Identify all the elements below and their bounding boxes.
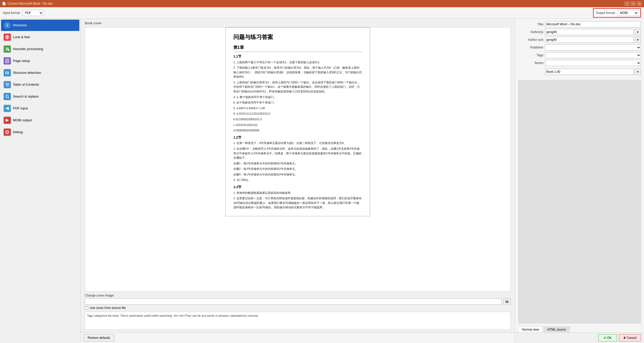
output-format-select[interactable]: MOBIEPUBPDFAZW3 [618, 10, 638, 16]
tags-label: Tags: [518, 53, 544, 57]
cover-para-12-2a: 步骤1：将2号存储单元中的内容移到1号存储单元。 [233, 161, 362, 166]
metadata-form: Title: Author(s): ▼ Author sort: ▼ Publi… [515, 19, 644, 80]
toc-icon [4, 81, 11, 88]
search-icon [4, 93, 11, 100]
minimize-button[interactable]: − [624, 1, 630, 6]
book-number-expand-button[interactable]: ▼ [635, 69, 641, 75]
publisher-row: Publisher: [518, 44, 641, 51]
cover-para-11-6d: d.000000010000000 [233, 128, 362, 133]
svg-rect-8 [5, 74, 6, 74]
cover-para-11-6b: b.011000010000101 0 [233, 117, 362, 122]
close-button[interactable]: × [637, 1, 642, 6]
metadata-icon: i [4, 22, 11, 29]
use-source-row: Use cover from source file [85, 306, 511, 310]
author-sort-expand-button[interactable]: ▼ [635, 37, 641, 43]
sidebar-item-mobi[interactable]: MOBI output [1, 115, 79, 126]
folder-icon [505, 300, 509, 303]
cover-para-12-1: 1. 在第一种情况下，6号存储单元最后结果为值5，在第二种情况下，它的最后结果是… [233, 141, 362, 146]
cover-para-11-6: 6. a.01011111110110010111 [233, 111, 362, 116]
ok-button[interactable]: ✔ OK [598, 334, 617, 341]
sidebar-item-label: Table of Contents [13, 83, 39, 87]
cover-thumbnail-area [518, 80, 641, 323]
book-number-row: ▼ [518, 68, 641, 76]
sidebar: i Metadata Look & feel Heuristic process… [0, 19, 81, 343]
tab-html-source[interactable]: HTML source [543, 326, 570, 332]
cover-section11: 1.1节 [233, 54, 362, 59]
authors-expand-button[interactable]: ▼ [635, 29, 641, 35]
svg-rect-18 [8, 107, 9, 110]
cover-para-12-3: 3. 32,768位。 [233, 178, 362, 182]
sidebar-item-label: Search & replace [13, 94, 39, 99]
structure-icon [4, 69, 11, 76]
sidebar-item-heuristic[interactable]: Heuristic processing [1, 43, 79, 55]
cover-section12: 1.2节 [233, 135, 362, 140]
svg-rect-6 [5, 71, 6, 72]
cover-para-11-5: 5. a.6AF2 b.E85517 c.48 [233, 106, 362, 111]
svg-line-16 [8, 97, 9, 98]
heuristic-icon [4, 45, 11, 53]
debug-icon [4, 129, 11, 136]
page-icon [4, 57, 11, 65]
author-sort-input[interactable] [545, 37, 634, 43]
look-icon [4, 34, 11, 41]
svg-point-15 [6, 95, 8, 98]
svg-point-22 [6, 131, 7, 132]
restore-defaults-button[interactable]: Restore defaults [83, 334, 114, 341]
app-title: Convert Microsoft Word - DA.doc [7, 2, 53, 5]
tab-normal-view[interactable]: Normal view [518, 326, 543, 332]
sidebar-item-metadata[interactable]: i Metadata [1, 20, 79, 31]
cancel-button[interactable]: ✘ Cancel [619, 334, 641, 341]
cover-main-title: 问题与练习答案 [233, 33, 362, 41]
series-select[interactable] [545, 60, 641, 66]
title-input[interactable] [545, 21, 641, 27]
authors-label: Author(s): [518, 30, 544, 34]
cover-path-input[interactable] [85, 298, 501, 305]
sidebar-item-page[interactable]: Page setup [1, 55, 79, 67]
cover-para-13-2: 2. 这里要记住的一点是，与计算机内部组成作速度相比较，机械动作的很慢的说明，我… [233, 196, 362, 210]
cover-para-12-2: 2. 在步骤1中，当数值写入3号存储单元时，该单元的原始值被替掉了，因此，步骤2… [233, 147, 362, 160]
cover-chapter1: 第1章 [233, 44, 362, 52]
book-number-input[interactable] [545, 69, 634, 75]
svg-rect-10 [7, 73, 9, 73]
book-cover-area: Book cover 问题与练习答案 第1章 1.1节 1. 上面的两个输入中有… [81, 19, 515, 332]
pdf-icon [4, 105, 11, 112]
input-format-section: Input format: PDFDOCXEPUBHTML [3, 10, 43, 16]
output-format-label: Output format: [596, 11, 616, 15]
content-area: Book cover 问题与练习答案 第1章 1.1节 1. 上面的两个输入中有… [81, 19, 515, 343]
titlebar-controls: − □ × [624, 1, 642, 6]
sidebar-item-label: Structure detection [13, 71, 41, 75]
titlebar: 📄 Convert Microsoft Word - DA.doc − □ × [0, 0, 644, 7]
use-source-label: Use cover from source file [90, 306, 126, 310]
cover-para-11-2: 2. 下面的输入1被非门取反为0，使得与门的输出变为0。因此，两个输入均为0（已… [233, 66, 362, 79]
svg-rect-7 [5, 73, 6, 73]
change-cover-label: Change cover image: [85, 294, 511, 297]
title-row: Title: [518, 21, 641, 27]
maximize-button[interactable]: □ [631, 1, 636, 6]
cover-para-11-3: 3. 上面的或门的输出将变为1，使得上面的与门得到一个输出。这会使得下面的或门得… [233, 80, 362, 94]
sidebar-item-structure[interactable]: Structure detection [1, 67, 79, 78]
sidebar-item-label: MOBI output [13, 118, 32, 122]
svg-rect-11 [7, 74, 9, 74]
use-source-checkbox[interactable] [85, 306, 88, 310]
cover-para-12-2c: 步骤3：将1号存储单元中的内容移到3号存储单元。 [233, 172, 362, 177]
series-row: Series: [518, 60, 641, 66]
sidebar-item-pdf[interactable]: PDF input [1, 103, 79, 114]
sidebar-item-toc[interactable]: Table of Contents [1, 79, 79, 90]
svg-rect-20 [6, 119, 6, 122]
sidebar-item-debug[interactable]: Debug [1, 126, 79, 138]
svg-rect-24 [505, 301, 509, 303]
input-format-select[interactable]: PDFDOCXEPUBHTML [22, 10, 43, 16]
book-cover-title: Book cover [85, 21, 511, 25]
authors-row: Author(s): ▼ [518, 29, 641, 35]
sidebar-item-search[interactable]: Search & replace [1, 91, 79, 102]
authors-input[interactable] [545, 29, 634, 35]
cover-para-13-1: 1. 有效快的数据检索速度以及较高的传输速率。 [233, 191, 362, 195]
browse-button[interactable] [503, 298, 511, 305]
cover-preview-wrapper: 问题与练习答案 第1章 1.1节 1. 上面的两个输入中有且只有一个必须为1，且… [85, 27, 511, 292]
tags-select[interactable] [545, 52, 641, 58]
footer-buttons: ✔ OK ✘ Cancel [515, 332, 644, 343]
author-sort-row: Author sort: ▼ [518, 37, 641, 43]
sidebar-item-look[interactable]: Look & feel [1, 31, 79, 43]
sidebar-item-label: Look & feel [13, 35, 30, 39]
publisher-select[interactable] [545, 44, 641, 51]
